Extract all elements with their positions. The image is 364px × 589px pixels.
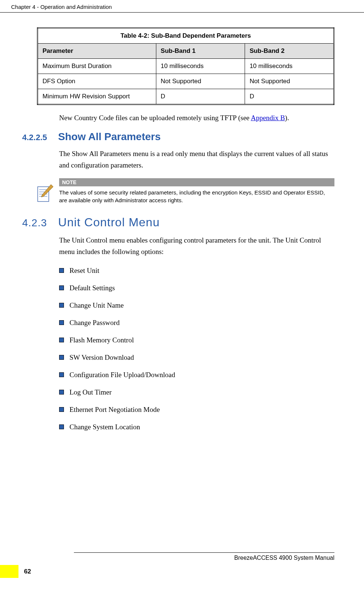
list-item-text: SW Version Download: [69, 353, 134, 362]
list-item: Change Unit Name: [59, 301, 334, 309]
note-icon: [37, 184, 54, 204]
list-item-text: Ethernet Port Negotiation Mode: [69, 406, 160, 414]
paragraph: New Country Code files can be uploaded r…: [11, 112, 334, 123]
list-item: Configuration File Upload/Download: [59, 371, 334, 379]
paragraph: The Show All Parameters menu is a read o…: [11, 148, 334, 171]
table-cell: Not Supported: [245, 74, 334, 89]
bullet-icon: [59, 303, 64, 308]
sub-band-parameters-table: Table 4-2: Sub-Band Dependent Parameters…: [37, 27, 334, 105]
table-cell: D: [245, 89, 334, 105]
bullet-icon: [59, 390, 64, 395]
bullet-icon: [59, 320, 64, 325]
list-item: Default Settings: [59, 284, 334, 292]
table-cell: D: [156, 89, 245, 105]
note-label: NOTE: [59, 178, 334, 186]
footer-title: BreezeACCESS 4900 System Manual: [234, 555, 334, 561]
paragraph: The Unit Control menu enables configurin…: [11, 235, 334, 257]
section-heading: 4.2.3 Unit Control Menu: [22, 216, 334, 229]
text: ).: [285, 114, 289, 122]
list-item-text: Reset Unit: [69, 267, 99, 275]
bullet-icon: [59, 407, 64, 412]
list-item: Reset Unit: [59, 267, 334, 275]
note-text: The values of some security related para…: [59, 186, 334, 206]
section-title: Unit Control Menu: [58, 216, 160, 229]
table-header: Parameter: [38, 44, 156, 59]
bullet-icon: [59, 285, 64, 290]
section-number: 4.2.3: [22, 217, 47, 229]
list-item: Ethernet Port Negotiation Mode: [59, 406, 334, 414]
list-item-text: Change System Location: [69, 423, 140, 431]
page-header: Chapter 4 - Operation and Administration: [0, 0, 364, 13]
bullet-icon: [59, 268, 64, 273]
list-item-text: Flash Memory Control: [69, 336, 134, 344]
list-item: Change System Location: [59, 423, 334, 431]
list-item-text: Default Settings: [69, 284, 115, 292]
table-cell: Maximum Burst Duration: [38, 59, 156, 74]
chapter-title: Chapter 4 - Operation and Administration: [11, 4, 112, 10]
bullet-icon: [59, 424, 64, 429]
bullet-icon: [59, 355, 64, 360]
list-item: Log Out Timer: [59, 388, 334, 396]
section-title: Show All Parameters: [58, 131, 161, 143]
page-footer: BreezeACCESS 4900 System Manual 62: [0, 552, 364, 578]
text: New Country Code files can be uploaded r…: [59, 114, 251, 122]
list-item: Change Password: [59, 319, 334, 327]
note-block: NOTE The values of some security related…: [11, 178, 334, 206]
list-item: Flash Memory Control: [59, 336, 334, 344]
page-number: 62: [24, 568, 31, 575]
bullet-icon: [59, 372, 64, 377]
list-item: SW Version Download: [59, 353, 334, 362]
list-item-text: Change Unit Name: [69, 301, 124, 309]
table-header: Sub-Band 1: [156, 44, 245, 59]
section-heading: 4.2.2.5 Show All Parameters: [22, 131, 334, 143]
list-item-text: Log Out Timer: [69, 388, 112, 396]
list-item-text: Configuration File Upload/Download: [69, 371, 175, 379]
list-item-text: Change Password: [69, 319, 120, 327]
table-cell: Minimum HW Revision Support: [38, 89, 156, 105]
table-title: Table 4-2: Sub-Band Dependent Parameters: [38, 28, 334, 44]
bullet-icon: [59, 338, 64, 342]
table-cell: 10 milliseconds: [245, 59, 334, 74]
table-cell: DFS Option: [38, 74, 156, 89]
appendix-b-link[interactable]: Appendix B: [251, 114, 285, 122]
section-number: 4.2.2.5: [22, 133, 47, 142]
page-marker: [0, 565, 18, 578]
table-header: Sub-Band 2: [245, 44, 334, 59]
table-cell: 10 milliseconds: [156, 59, 245, 74]
table-cell: Not Supported: [156, 74, 245, 89]
bullet-list: Reset Unit Default Settings Change Unit …: [11, 267, 334, 431]
